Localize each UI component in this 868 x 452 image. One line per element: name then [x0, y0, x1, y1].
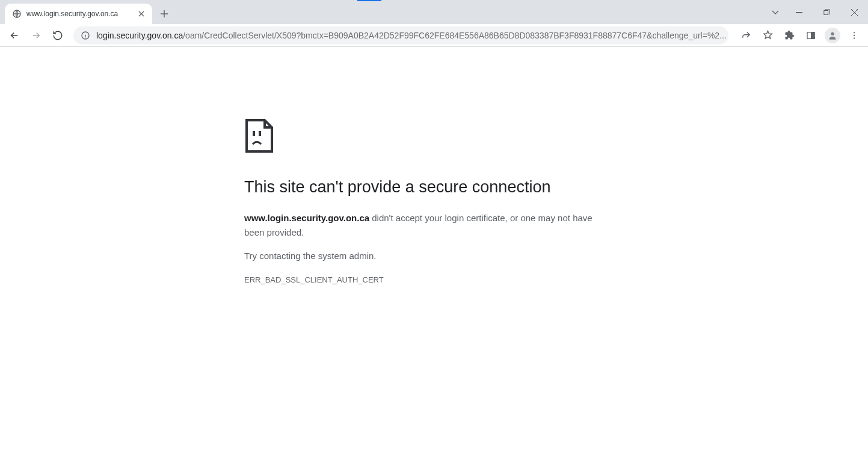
browser-toolbar: login.security.gov.on.ca/oam/CredCollect… [0, 24, 868, 47]
error-code: ERR_BAD_SSL_CLIENT_AUTH_CERT [244, 275, 623, 284]
globe-icon [12, 9, 22, 19]
svg-rect-9 [253, 131, 255, 136]
error-host: www.login.security.gov.on.ca [244, 213, 369, 223]
svg-point-8 [854, 37, 855, 38]
side-panel-button[interactable] [802, 26, 820, 44]
forward-button[interactable] [26, 26, 46, 45]
tab-title: www.login.security.gov.on.ca [26, 10, 137, 18]
minimize-button[interactable] [785, 2, 813, 22]
address-bar[interactable]: login.security.gov.on.ca/oam/CredCollect… [73, 26, 728, 44]
menu-button[interactable] [845, 26, 863, 44]
error-suggestion: Try contacting the system admin. [244, 251, 623, 261]
maximize-button[interactable] [813, 2, 840, 22]
site-info-icon[interactable] [81, 31, 90, 40]
back-button[interactable] [5, 26, 24, 45]
url-path: /oam/CredCollectServlet/X509?bmctx=B909A… [183, 31, 727, 40]
close-tab-button[interactable] [137, 9, 146, 19]
tab-strip: www.login.security.gov.on.ca [0, 0, 868, 24]
svg-rect-1 [823, 10, 828, 14]
share-button[interactable] [737, 26, 755, 44]
url-host: login.security.gov.on.ca [96, 31, 183, 40]
extensions-button[interactable] [780, 26, 798, 44]
error-message: www.login.security.gov.on.ca didn't acce… [244, 211, 611, 240]
close-window-button[interactable] [840, 2, 868, 22]
sad-page-icon [244, 119, 623, 153]
error-page: This site can't provide a secure connect… [0, 47, 623, 284]
error-title: This site can't provide a secure connect… [244, 177, 623, 198]
svg-rect-4 [811, 32, 814, 38]
svg-point-5 [831, 32, 834, 35]
browser-tab[interactable]: www.login.security.gov.on.ca [5, 4, 152, 24]
loading-indicator [357, 0, 381, 1]
tab-search-button[interactable] [766, 8, 785, 16]
svg-rect-10 [259, 131, 261, 136]
svg-point-6 [854, 32, 855, 33]
reload-button[interactable] [48, 26, 67, 45]
new-tab-button[interactable] [156, 5, 173, 22]
svg-point-7 [854, 34, 855, 35]
bookmark-button[interactable] [759, 26, 777, 44]
window-controls [766, 0, 868, 24]
profile-button[interactable] [823, 26, 842, 44]
toolbar-actions [737, 26, 863, 44]
